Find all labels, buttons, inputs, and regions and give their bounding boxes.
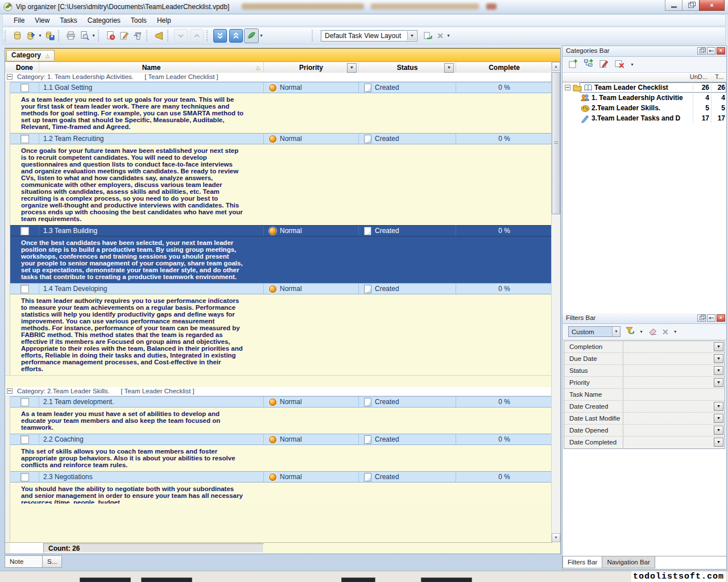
panel-pin-icon[interactable] [707,314,715,322]
task-row[interactable]: 1.2 Team Recruiting Normal Created 0 % [10,133,552,144]
column-header-status[interactable]: Status▼ [359,62,456,73]
tab-navigation-bar[interactable]: Navigation Bar [602,556,655,568]
panel-close-icon[interactable]: × [717,314,725,322]
column-header-priority[interactable]: Priority▼ [264,62,359,73]
minimize-button[interactable] [665,0,682,11]
tab-s[interactable]: S... [42,555,62,568]
task-done-checkbox[interactable] [20,285,29,293]
tab-filters-bar[interactable]: Filters Bar [562,556,602,568]
task-description-row[interactable]: This set of skills allows you to coach t… [10,445,552,471]
task-done-checkbox[interactable] [20,227,29,235]
layout-combobox-arrow[interactable]: ▼ [407,31,416,40]
task-row-selected[interactable]: 1.3 Team Building Normal Created 0 % [10,225,552,236]
task-done-checkbox[interactable] [20,398,29,406]
filter-dropdown-button[interactable]: ▼ [714,354,723,363]
status-filter-button[interactable]: ▼ [444,63,454,73]
open-database-icon[interactable] [24,29,38,43]
collapse-icon[interactable] [565,85,570,90]
restore-button[interactable] [682,0,700,11]
task-done-checkbox[interactable] [20,435,29,444]
move-down-icon[interactable] [174,29,188,43]
filter-dropdown-button[interactable]: ▼ [714,402,723,411]
open-database-dropdown[interactable]: ▾ [38,33,43,38]
task-row[interactable]: 2.3 Negotiations Normal Created 0 % [10,471,552,483]
task-description-row-selected[interactable]: Once the best candidates have been selec… [10,236,552,283]
menu-view[interactable]: View [30,15,55,26]
panel-close-icon[interactable]: × [717,47,725,55]
notes-view-icon[interactable] [244,28,259,43]
task-description-row[interactable]: Once goals for your future team have bee… [10,144,552,225]
filter-dropdown-button[interactable]: ▼ [714,378,723,387]
apply-filter-icon[interactable] [624,326,635,338]
edit-task-icon[interactable] [117,29,131,43]
expand-all-icon[interactable] [213,29,227,43]
task-row[interactable]: 1.1 Goal Setting Normal Created 0 % [10,82,552,93]
menu-help[interactable]: Help [152,15,176,26]
delete-layout-icon[interactable]: ✕ [435,29,446,43]
save-layout-icon[interactable] [421,29,435,43]
scrollbar-thumb[interactable] [552,72,560,214]
menu-tools[interactable]: Tools [126,15,152,26]
close-button[interactable]: × [699,0,725,11]
panel-restore-icon[interactable] [697,47,706,55]
apply-filter-dropdown[interactable]: ▾ [639,329,644,334]
scroll-up-button[interactable]: ▲ [552,62,560,71]
column-header-done[interactable]: Done [10,62,39,73]
task-done-checkbox[interactable] [20,473,29,481]
tree-row-category-2[interactable]: 2.Team Leader Skills. 5 5 [562,103,726,113]
collapse-icon[interactable] [7,74,13,80]
tab-note[interactable]: Note [5,555,43,568]
filter-dropdown-button[interactable]: ▼ [714,426,723,435]
filters-toolbar-overflow[interactable]: ▾ [673,329,678,334]
new-category-icon[interactable] [568,59,578,71]
filter-dropdown-button[interactable]: ▼ [714,414,723,423]
delete-task-icon[interactable] [131,29,144,43]
priority-filter-button[interactable]: ▼ [347,63,357,73]
tree-row-category-1[interactable]: 1. Team Leadership Activitie 4 4 [562,93,726,103]
new-task-icon[interactable] [104,29,117,43]
vertical-scrollbar[interactable]: ▲ ▼ [551,62,560,542]
filter-preset-combobox[interactable]: Custom ▼ [568,326,621,337]
menu-categories[interactable]: Categories [82,15,126,26]
print-preview-icon[interactable] [77,29,91,43]
move-up-icon[interactable] [190,29,204,43]
delete-filter-icon[interactable]: ✕ [662,327,669,336]
filter-dropdown-button[interactable]: ▼ [714,342,723,351]
group-row[interactable]: Category: 2.Team Leader Skills. [ Team L… [5,387,552,396]
task-done-checkbox[interactable] [20,84,29,92]
task-description-row[interactable]: You should have the ability to negotiate… [10,483,552,504]
delete-category-icon[interactable] [614,59,624,71]
edit-category-icon[interactable] [599,59,609,71]
scroll-down-button[interactable]: ▼ [552,533,560,542]
group-by-category-button[interactable]: Category△ [6,50,55,61]
save-database-icon[interactable] [43,29,56,43]
layout-overflow-dropdown[interactable]: ▾ [446,33,451,38]
group-row[interactable]: Category: 1. Team Leadership Activities.… [5,73,552,82]
task-row[interactable]: 1.4 Team Developing Normal Created 0 % [10,283,552,294]
column-undone[interactable]: UnD... [690,73,708,80]
collapse-all-icon[interactable] [229,29,243,43]
collapse-icon[interactable] [7,388,13,394]
panel-restore-icon[interactable] [697,314,706,322]
filter-preset-arrow[interactable]: ▼ [612,327,620,336]
task-done-checkbox[interactable] [20,135,29,143]
new-subcategory-icon[interactable] [584,59,594,71]
clear-filter-icon[interactable] [648,326,658,338]
menu-tasks[interactable]: Tasks [55,15,82,26]
categories-toolbar-overflow[interactable]: ▾ [630,62,635,67]
tree-row-checklist[interactable]: Team Leader Checklist 26 26 [562,82,726,93]
layout-combobox[interactable]: Default Task View Layout ▼ [321,30,417,41]
task-description-row[interactable]: As a team leader you need to set up goal… [10,93,552,133]
panel-pin-icon[interactable] [707,47,715,55]
menu-file[interactable]: File [9,15,30,26]
print-icon[interactable] [64,29,77,43]
filter-dropdown-button[interactable]: ▼ [714,438,723,447]
column-header-complete[interactable]: Complete [456,62,552,73]
notes-view-dropdown[interactable]: ▾ [259,33,264,38]
task-row[interactable]: 2.2 Coaching Normal Created 0 % [10,434,552,445]
new-database-icon[interactable] [10,29,24,43]
tree-row-category-3[interactable]: 3.Team Leader Tasks and D 17 17 [562,113,726,123]
task-description-row[interactable]: This team leader authority requires you … [10,294,552,375]
filter-dropdown-button[interactable]: ▼ [714,366,723,375]
assign-task-icon[interactable] [152,29,166,43]
